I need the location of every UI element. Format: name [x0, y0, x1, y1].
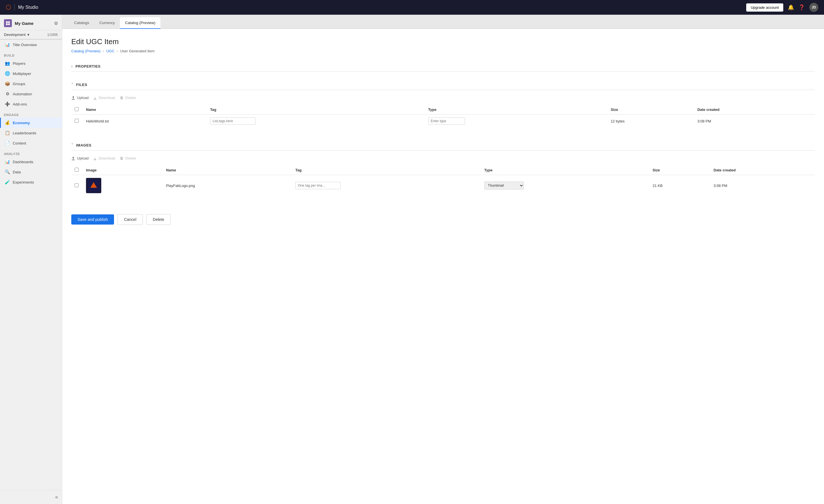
topbar: ⬡ My Studio Upgrade account 🔔 ❓ JD: [0, 0, 824, 15]
images-col-size: Size: [649, 166, 710, 175]
breadcrumb-sep-2: ›: [117, 49, 118, 53]
save-publish-button[interactable]: Save and publish: [71, 214, 114, 224]
images-col-date: Date created: [710, 166, 815, 175]
sidebar-item-label: Data: [13, 170, 21, 174]
sidebar-item-label: Automation: [13, 92, 32, 96]
images-select-all-checkbox[interactable]: [75, 168, 79, 172]
build-section-label: BUILD: [0, 50, 62, 58]
tab-catalog-preview[interactable]: Catalog (Preview): [120, 17, 161, 29]
files-col-type: Type: [425, 105, 607, 114]
groups-icon: 📦: [5, 81, 10, 86]
image-name: PlayFabLogo.png: [163, 175, 292, 196]
cancel-button[interactable]: Cancel: [117, 214, 143, 225]
images-section-header[interactable]: ˅ IMAGES: [71, 140, 815, 150]
files-table: Name Tag Type Size Date created: [71, 105, 815, 127]
sidebar-item-label: Add-ons: [13, 102, 27, 106]
files-download-button[interactable]: Download: [93, 94, 115, 101]
bottom-actions: Save and publish Cancel Delete: [71, 208, 815, 230]
tab-currency[interactable]: Currency: [94, 17, 120, 29]
avatar[interactable]: JD: [809, 3, 818, 12]
files-select-all-checkbox[interactable]: [75, 107, 79, 111]
breadcrumb: Catalog (Preview) › UGC › User Generated…: [71, 49, 815, 53]
app-title: My Studio: [18, 5, 746, 10]
sidebar-item-label: Groups: [13, 82, 25, 86]
game-header: My Game ⚙: [0, 15, 62, 30]
sidebar-item-add-ons[interactable]: ➕ Add-ons: [0, 99, 62, 109]
image-size: 21 KB: [649, 175, 710, 196]
game-name: My Game: [15, 21, 54, 26]
sidebar-item-data[interactable]: 🔍 Data: [0, 167, 62, 177]
engage-section-label: ENGAGE: [0, 109, 62, 118]
sidebar-item-content[interactable]: 📄 Content: [0, 138, 62, 148]
help-icon[interactable]: ❓: [799, 4, 805, 10]
breadcrumb-ugc[interactable]: UGC: [106, 49, 115, 53]
sidebar-item-label: Leaderboards: [13, 131, 36, 135]
settings-icon[interactable]: ⚙: [54, 21, 58, 26]
breadcrumb-sep-1: ›: [103, 49, 104, 53]
file-row-checkbox[interactable]: [75, 119, 79, 123]
experiments-icon: 🧪: [5, 180, 10, 185]
images-section-title: IMAGES: [76, 143, 91, 147]
sidebar-item-leaderboards[interactable]: 📋 Leaderboards: [0, 128, 62, 138]
sidebar-item-groups[interactable]: 📦 Groups: [0, 79, 62, 89]
files-col-tag: Tag: [207, 105, 425, 114]
sidebar-item-multiplayer[interactable]: 🌐 Multiplayer: [0, 69, 62, 79]
environment-name[interactable]: Development ▾: [4, 32, 29, 37]
files-col-name: Name: [83, 105, 207, 114]
page-title: Edit UGC Item: [71, 37, 815, 46]
image-date: 3:08 PM: [710, 175, 815, 196]
multiplayer-icon: 🌐: [5, 71, 10, 76]
logo-icon: ⬡: [6, 4, 11, 11]
images-chevron-icon: ˅: [71, 143, 73, 147]
breadcrumb-catalog-preview[interactable]: Catalog (Preview): [71, 49, 100, 53]
sidebar-item-title-overview[interactable]: 📊 Title Overview: [0, 39, 62, 50]
environment-selector[interactable]: Development ▾ 1/100K: [0, 30, 62, 39]
main-layout: My Game ⚙ Development ▾ 1/100K 📊 Title O…: [0, 15, 824, 504]
economy-icon: 💰: [5, 120, 10, 125]
tab-bar: Catalogs Currency Catalog (Preview): [62, 15, 824, 29]
tab-catalogs[interactable]: Catalogs: [69, 17, 94, 29]
file-tag-input[interactable]: [210, 117, 255, 125]
files-chevron-icon: ˅: [71, 82, 73, 87]
game-icon: [4, 19, 12, 27]
images-upload-button[interactable]: Upload: [71, 155, 89, 162]
images-section-body: Upload Download Delete: [71, 150, 815, 201]
table-row: PlayFabLogo.png Thumbnail Icon Backgroun…: [71, 175, 815, 196]
upgrade-button[interactable]: Upgrade account: [746, 3, 783, 12]
players-icon: 👥: [5, 61, 10, 66]
image-tag-input[interactable]: [295, 182, 340, 189]
automation-icon: ⚙: [5, 91, 10, 96]
files-col-date: Date created: [694, 105, 815, 114]
images-delete-button[interactable]: Delete: [120, 155, 136, 162]
image-row-checkbox[interactable]: [75, 183, 79, 187]
images-section: ˅ IMAGES Upload Download: [71, 140, 815, 201]
files-delete-button[interactable]: Delete: [120, 94, 136, 101]
sidebar-item-label: Title Overview: [13, 43, 37, 47]
properties-section-header[interactable]: › PROPERTIES: [71, 61, 815, 72]
collapse-sidebar-button[interactable]: «: [55, 494, 58, 500]
delete-button[interactable]: Delete: [146, 214, 171, 225]
main-content: Edit UGC Item Catalog (Preview) › UGC › …: [62, 29, 824, 504]
file-type-input[interactable]: [428, 117, 465, 125]
files-section: ˅ FILES Upload Download: [71, 80, 815, 132]
sidebar-footer: «: [0, 490, 62, 504]
files-section-title: FILES: [76, 83, 87, 87]
image-type-select[interactable]: Thumbnail Icon Background Other: [484, 182, 524, 190]
bell-icon[interactable]: 🔔: [788, 4, 794, 10]
breadcrumb-current: User Generated Item: [120, 49, 154, 53]
sidebar-item-automation[interactable]: ⚙ Automation: [0, 89, 62, 99]
images-download-button[interactable]: Download: [93, 155, 115, 162]
sidebar-item-label: Experiments: [13, 180, 34, 184]
files-upload-button[interactable]: Upload: [71, 94, 89, 101]
files-section-header[interactable]: ˅ FILES: [71, 80, 815, 90]
files-col-size: Size: [607, 105, 694, 114]
sidebar-item-experiments[interactable]: 🧪 Experiments: [0, 177, 62, 187]
sidebar-item-players[interactable]: 👥 Players: [0, 58, 62, 69]
content-icon: 📄: [5, 140, 10, 146]
images-toolbar: Upload Download Delete: [71, 155, 815, 162]
file-date: 3:08 PM: [694, 114, 815, 128]
sidebar-item-label: Content: [13, 141, 26, 145]
images-col-type: Type: [481, 166, 649, 175]
sidebar-item-dashboards[interactable]: 📊 Dashboards: [0, 157, 62, 167]
sidebar-item-economy[interactable]: 💰 Economy: [0, 118, 62, 128]
